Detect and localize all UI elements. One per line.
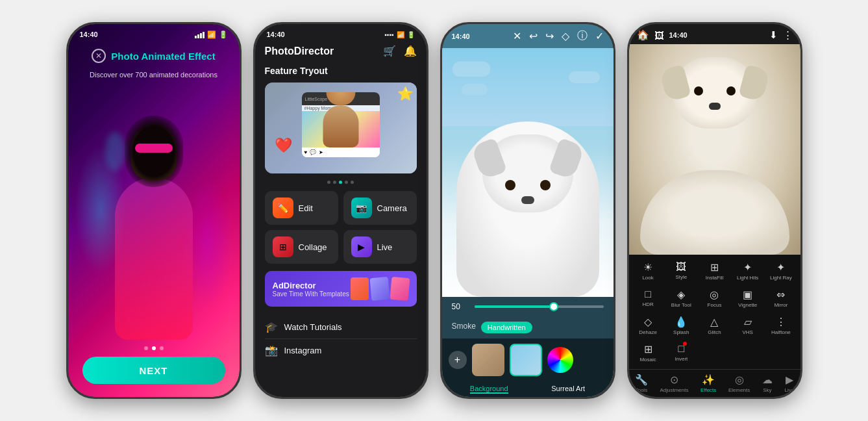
nav-live[interactable]: ▶ Live (784, 374, 794, 393)
close-icon[interactable]: ✕ (513, 30, 521, 42)
done-icon[interactable]: ✓ (595, 30, 604, 42)
mosaic-label: Mosaic (639, 357, 656, 363)
effects-nav-label: Effects (701, 387, 716, 393)
home-icon[interactable]: 🏠 (637, 29, 649, 41)
phone4-tools-grid: ☀ Look 🖼 Style ⊞ InstaFill ✦ Light Hits … (629, 255, 800, 369)
edit-label: Edit (299, 203, 313, 213)
adjustments-nav-label: Adjustments (660, 387, 688, 393)
vignette-icon: ▣ (743, 288, 752, 301)
slider-thumb[interactable] (549, 302, 558, 311)
tag-handwritten[interactable]: Handwritten (481, 322, 532, 333)
more-icon[interactable]: ⋮ (783, 29, 793, 41)
next-button[interactable]: NEXT (82, 357, 225, 384)
live-icon: ▶ (351, 236, 372, 257)
blur-icon: ◈ (677, 288, 685, 301)
slider-track[interactable] (475, 305, 604, 308)
tools-nav-label: Tools (635, 387, 647, 393)
download-icon[interactable]: ⬇ (769, 29, 778, 41)
phone3-topbar: 14:40 ✕ ↩ ↪ ◇ ⓘ ✓ (442, 24, 614, 48)
watch-tutorials-link[interactable]: 🎓 Watch Tutorials (265, 316, 417, 339)
phone2-signal: ▪▪▪▪ (384, 31, 393, 38)
tool-invert[interactable]: □ Invert (665, 340, 697, 366)
ad-text: AdDirector Save Time With Templates (273, 281, 349, 298)
splash-label: Splash (673, 329, 689, 335)
card-dot-1 (327, 181, 330, 184)
tool-focus[interactable]: ◎ Focus (699, 285, 730, 311)
heart-decoration: ❤️ (275, 137, 292, 154)
add-icon[interactable]: + (449, 351, 467, 369)
halftone-label: Halftone (771, 329, 791, 335)
ad-banner[interactable]: AdDirector Save Time With Templates (265, 271, 417, 307)
redo-icon[interactable]: ↪ (545, 30, 554, 42)
tool-hdr[interactable]: □ HDR (632, 285, 664, 311)
dog-photo2-area (629, 44, 800, 255)
tag-smoke: Smoke (452, 322, 476, 333)
collage-label: Collage (299, 242, 327, 252)
phone2-topbar-icons: 🛒 🔔 (383, 45, 417, 57)
nav-effects[interactable]: ✨ Effects (701, 374, 716, 393)
tool-mosaic[interactable]: ⊞ Mosaic (632, 340, 664, 366)
mirror-icon: ⇔ (776, 288, 785, 301)
swatch-2[interactable] (510, 344, 542, 376)
phone2-status-bar: 14:40 ▪▪▪▪ 📶 🔋 (255, 24, 427, 42)
woman-photo-area (68, 80, 240, 340)
tool-dehaze[interactable]: ◇ Dehaze (632, 313, 664, 338)
card-dot-3 (339, 181, 342, 184)
tool-vhs[interactable]: ▱ VHS (732, 313, 763, 338)
phone1-title: Photo Animated Effect (111, 51, 215, 62)
tool-glitch[interactable]: △ Glitch (699, 313, 730, 338)
nav-adjustments[interactable]: ⊙ Adjustments (660, 374, 688, 393)
app-title: PhotoDirector (265, 45, 334, 57)
adjustments-nav-icon: ⊙ (670, 374, 678, 386)
menu-item-camera[interactable]: 📷 Camera (343, 191, 417, 225)
sky-nav-label: Sky (763, 387, 771, 393)
color-wheel[interactable] (547, 347, 573, 373)
tool-light-hits[interactable]: ✦ Light Hits (732, 258, 763, 284)
vhs-label: VHS (742, 329, 752, 335)
phone2-battery: 🔋 (407, 31, 415, 38)
insta-mock: LittleScope #Happy Moments ♥💬➤ (302, 92, 380, 157)
tool-instafill[interactable]: ⊞ InstaFill (699, 258, 730, 284)
nav-tools[interactable]: 🔧 Tools (635, 374, 648, 393)
menu-item-live[interactable]: ▶ Live (343, 230, 417, 264)
info-icon[interactable]: ⓘ (577, 29, 588, 43)
eraser-icon[interactable]: ◇ (562, 30, 569, 42)
photo-icon[interactable]: 🖼 (654, 30, 664, 41)
tool-splash[interactable]: 💧 Splash (665, 313, 697, 338)
phone3-bottom: + (442, 338, 614, 381)
hdr-label: HDR (642, 301, 653, 307)
nav-sky[interactable]: ☁ Sky (762, 374, 773, 393)
nav-elements[interactable]: ◎ Elements (728, 374, 750, 393)
tools-nav-icon: 🔧 (635, 374, 648, 386)
phone1-dots (138, 340, 170, 357)
halftone-icon: ⋮ (776, 316, 786, 328)
elements-nav-label: Elements (728, 387, 750, 393)
phone4-top-right: ⬇ ⋮ (769, 29, 793, 41)
cart-icon[interactable]: 🛒 (383, 45, 396, 57)
background-label[interactable]: Background (470, 385, 508, 394)
dot-2 (152, 346, 156, 350)
instagram-link[interactable]: 📸 Instagram (265, 339, 417, 362)
tool-mirror[interactable]: ⇔ Mirror (765, 285, 797, 311)
tool-halftone[interactable]: ⋮ Halftone (765, 313, 797, 338)
phone1-status-bar: 14:40 📶 🔋 (68, 24, 240, 42)
tool-look[interactable]: ☀ Look (632, 258, 664, 284)
tool-blur[interactable]: ◈ Blur Tool (665, 285, 697, 311)
surreal-label[interactable]: Surreal Art (551, 385, 585, 394)
bell-icon[interactable]: 🔔 (404, 45, 417, 57)
close-button[interactable]: ✕ (92, 49, 106, 63)
tool-light-ray[interactable]: ✦ Light Ray (765, 258, 797, 284)
look-icon: ☀ (643, 261, 652, 274)
undo-icon[interactable]: ↩ (529, 30, 538, 42)
tool-vignette[interactable]: ▣ Vignette (732, 285, 763, 311)
watch-tutorials-text: Watch Tutorials (284, 322, 342, 332)
menu-item-edit[interactable]: ✏️ Edit (265, 191, 338, 225)
phone3-bottom-labels: Background Surreal Art (442, 381, 614, 397)
slider-value: 50 (452, 302, 468, 311)
swatch-1[interactable] (472, 344, 504, 376)
menu-item-collage[interactable]: ⊞ Collage (265, 230, 338, 264)
phone4-top-left: 🏠 🖼 14:40 (637, 29, 688, 41)
phone1-wifi: 📶 (207, 31, 216, 39)
light-hits-label: Light Hits (737, 275, 758, 281)
tool-style[interactable]: 🖼 Style (665, 258, 697, 284)
